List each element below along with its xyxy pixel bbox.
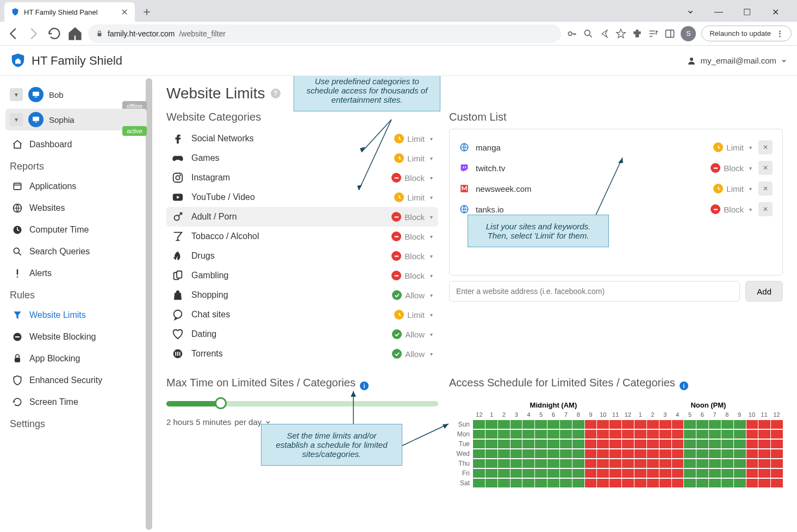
schedule-cell[interactable] xyxy=(572,469,584,478)
schedule-cell[interactable] xyxy=(510,479,522,487)
reload-button[interactable] xyxy=(47,26,62,41)
status-selector[interactable]: Block ▾ xyxy=(391,231,433,241)
schedule-cell[interactable] xyxy=(498,440,510,448)
schedule-cell[interactable] xyxy=(609,479,621,487)
schedule-cell[interactable] xyxy=(647,459,659,468)
schedule-cell[interactable] xyxy=(597,440,609,448)
schedule-cell[interactable] xyxy=(746,469,758,478)
schedule-cell[interactable] xyxy=(572,440,584,448)
minimize-button[interactable]: — xyxy=(708,4,730,20)
delete-button[interactable]: ✕ xyxy=(758,140,773,154)
back-button[interactable] xyxy=(5,26,21,41)
schedule-cell[interactable] xyxy=(647,440,659,448)
schedule-cell[interactable] xyxy=(771,469,783,478)
zoom-icon[interactable] xyxy=(583,28,594,39)
browser-tab[interactable]: HT Family Shield Panel xyxy=(4,2,135,22)
schedule-cell[interactable] xyxy=(609,440,621,448)
home-button[interactable] xyxy=(67,26,83,41)
schedule-cell[interactable] xyxy=(522,479,534,487)
close-window-button[interactable]: ✕ xyxy=(764,4,786,20)
schedule-cell[interactable] xyxy=(585,430,597,439)
schedule-cell[interactable] xyxy=(734,440,746,448)
nav-screen-time[interactable]: Screen Time xyxy=(5,391,147,413)
info-icon[interactable]: i xyxy=(680,381,688,390)
schedule-cell[interactable] xyxy=(647,430,659,439)
schedule-cell[interactable] xyxy=(585,440,597,448)
schedule-cell[interactable] xyxy=(721,479,733,487)
schedule-cell[interactable] xyxy=(684,449,696,458)
schedule-cell[interactable] xyxy=(473,459,485,468)
extensions-icon[interactable] xyxy=(632,28,643,39)
schedule-cell[interactable] xyxy=(746,479,758,487)
time-slider[interactable] xyxy=(166,401,438,406)
schedule-cell[interactable] xyxy=(609,449,621,458)
schedule-cell[interactable] xyxy=(485,479,497,487)
schedule-cell[interactable] xyxy=(622,469,634,478)
schedule-cell[interactable] xyxy=(647,449,659,458)
schedule-cell[interactable] xyxy=(672,449,684,458)
nav-enhanced-security[interactable]: Enhanced Security xyxy=(5,370,147,391)
schedule-cell[interactable] xyxy=(721,440,733,448)
schedule-cell[interactable] xyxy=(771,479,783,487)
schedule-cell[interactable] xyxy=(609,459,621,468)
category-row[interactable]: Adult / Porn Block ▾ xyxy=(166,207,438,227)
status-selector[interactable]: Limit ▾ xyxy=(394,310,433,320)
schedule-cell[interactable] xyxy=(758,469,770,478)
info-icon[interactable]: i xyxy=(360,381,369,390)
nav-dashboard[interactable]: Dashboard xyxy=(5,134,147,155)
schedule-cell[interactable] xyxy=(510,469,522,478)
scrollbar[interactable] xyxy=(146,78,152,530)
schedule-cell[interactable] xyxy=(572,449,584,458)
schedule-cell[interactable] xyxy=(721,430,733,439)
schedule-cell[interactable] xyxy=(709,459,721,468)
schedule-cell[interactable] xyxy=(771,459,783,468)
nav-alerts[interactable]: Alerts xyxy=(5,262,147,284)
status-selector[interactable]: Limit ▾ xyxy=(394,192,433,202)
panel-icon[interactable] xyxy=(664,28,675,39)
status-selector[interactable]: Limit ▾ xyxy=(713,142,752,152)
schedule-cell[interactable] xyxy=(758,449,770,458)
schedule-cell[interactable] xyxy=(634,459,646,468)
status-selector[interactable]: Block ▾ xyxy=(391,271,433,280)
schedule-cell[interactable] xyxy=(547,440,559,448)
schedule-cell[interactable] xyxy=(535,430,547,439)
delete-button[interactable]: ✕ xyxy=(758,202,773,216)
schedule-cell[interactable] xyxy=(696,469,708,478)
category-row[interactable]: Torrents Allow ▾ xyxy=(166,344,438,364)
schedule-cell[interactable] xyxy=(684,479,696,487)
schedule-cell[interactable] xyxy=(485,459,497,468)
schedule-cell[interactable] xyxy=(696,459,708,468)
schedule-cell[interactable] xyxy=(647,420,659,429)
schedule-cell[interactable] xyxy=(535,479,547,487)
schedule-cell[interactable] xyxy=(585,469,597,478)
category-row[interactable]: Instagram Block ▾ xyxy=(166,168,438,187)
category-row[interactable]: YouTube / Video Limit ▾ xyxy=(166,187,438,207)
sidebar-user-bob[interactable]: ▾ Bob offline xyxy=(5,84,147,105)
nav-app-blocking[interactable]: App Blocking xyxy=(5,348,147,370)
schedule-cell[interactable] xyxy=(684,420,696,429)
schedule-cell[interactable] xyxy=(473,430,485,439)
schedule-cell[interactable] xyxy=(746,459,758,468)
status-selector[interactable]: Limit ▾ xyxy=(394,134,433,143)
schedule-cell[interactable] xyxy=(721,420,733,429)
schedule-cell[interactable] xyxy=(758,479,770,487)
schedule-cell[interactable] xyxy=(634,440,646,448)
schedule-cell[interactable] xyxy=(522,459,534,468)
schedule-cell[interactable] xyxy=(522,449,534,458)
playlist-icon[interactable] xyxy=(648,28,659,39)
schedule-cell[interactable] xyxy=(771,449,783,458)
schedule-cell[interactable] xyxy=(473,440,485,448)
schedule-cell[interactable] xyxy=(485,440,497,448)
share-icon[interactable] xyxy=(599,28,610,39)
schedule-cell[interactable] xyxy=(709,469,721,478)
schedule-cell[interactable] xyxy=(721,449,733,458)
schedule-cell[interactable] xyxy=(622,430,634,439)
schedule-cell[interactable] xyxy=(684,459,696,468)
schedule-cell[interactable] xyxy=(535,449,547,458)
new-tab-button[interactable] xyxy=(139,4,154,20)
schedule-cell[interactable] xyxy=(771,440,783,448)
expand-icon[interactable]: ▾ xyxy=(10,88,23,101)
schedule-cell[interactable] xyxy=(572,420,584,429)
schedule-cell[interactable] xyxy=(622,449,634,458)
schedule-cell[interactable] xyxy=(746,430,758,439)
